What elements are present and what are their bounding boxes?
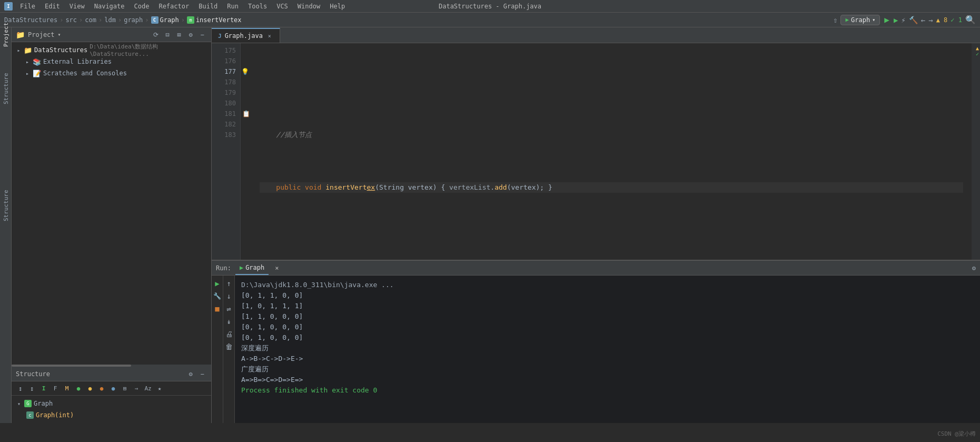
- menu-window[interactable]: Window: [293, 2, 324, 11]
- breadcrumb-graph-folder[interactable]: graph: [124, 16, 143, 24]
- project-tab-icon[interactable]: Project: [1, 30, 11, 40]
- run-tab-label: Graph: [245, 264, 264, 271]
- menu-view[interactable]: View: [65, 2, 89, 11]
- breadcrumb-graph-class[interactable]: Graph: [160, 16, 179, 24]
- search-everywhere-button[interactable]: 🔍: [965, 15, 976, 25]
- menu-tools[interactable]: Tools: [244, 2, 271, 11]
- structure-side-icon[interactable]: Structure: [1, 83, 11, 94]
- structure-settings-icon[interactable]: ⚙: [186, 369, 195, 379]
- code-lines[interactable]: //插入节点 public void insertVertex(String v…: [251, 43, 972, 260]
- breadcrumb-ldm[interactable]: ldm: [104, 16, 116, 24]
- tab-graph-java[interactable]: J Graph.java ×: [212, 28, 280, 43]
- forward-button[interactable]: →: [928, 16, 933, 24]
- rerun-button[interactable]: ▶: [213, 279, 222, 288]
- run-tab-graph[interactable]: ▶ Graph: [235, 261, 269, 275]
- visibility-protected-icon[interactable]: ●: [85, 384, 95, 393]
- visibility-private-icon[interactable]: ●: [97, 384, 106, 393]
- star-icon[interactable]: ★: [155, 384, 164, 393]
- run-header-settings[interactable]: ⚙: [972, 264, 976, 272]
- clear-output-icon[interactable]: 🗑: [224, 342, 234, 351]
- left-icon-strip: Project Structure Structure: [0, 27, 12, 423]
- run-panel-header: Run: ▶ Graph × ⚙: [212, 261, 980, 276]
- menu-help[interactable]: Help: [325, 2, 349, 11]
- tab-close-icon[interactable]: ×: [266, 32, 273, 40]
- app-icon: I: [4, 2, 13, 11]
- sync-icon[interactable]: ⟳: [151, 30, 161, 40]
- run-dfs-label: 深度遍历: [241, 343, 974, 353]
- menu-build[interactable]: Build: [194, 2, 222, 11]
- scroll-end-icon[interactable]: ↡: [224, 317, 234, 326]
- tree-external-libs[interactable]: ▸ 📚 External Libraries: [12, 56, 211, 67]
- project-scrollbar[interactable]: [12, 365, 211, 367]
- bottom-structure-icon[interactable]: Structure: [1, 200, 11, 211]
- breadcrumb-src[interactable]: src: [65, 16, 77, 24]
- scroll-up-icon[interactable]: ↑: [224, 279, 234, 288]
- run-layout: ▶ 🔧 ■ ↑ ↓ ⇌ ↡ 🖨 🗑 D:\: [212, 276, 980, 423]
- coverage-button[interactable]: ▶: [894, 16, 898, 24]
- run-tab-close-icon[interactable]: ×: [275, 264, 279, 272]
- struct-graph-class[interactable]: ▾ G Graph: [12, 398, 211, 409]
- project-label: Project: [28, 31, 55, 38]
- alphabetical-icon[interactable]: Az: [143, 384, 153, 393]
- tree-root-item[interactable]: ▸ 📁 DataStructures D:\Data\idea\数据结构\Dat…: [12, 44, 211, 56]
- expand-all-struct-icon[interactable]: ⊞: [120, 384, 130, 393]
- run-config-dropdown[interactable]: ▶ Graph ▾: [840, 15, 880, 25]
- code-editor[interactable]: 175 176 177 178 179 180 181 182 183 💡: [212, 43, 980, 260]
- tab-label: Graph.java: [225, 32, 263, 40]
- menu-code[interactable]: Code: [130, 2, 154, 11]
- menu-file[interactable]: File: [16, 2, 39, 11]
- expand-all-icon[interactable]: ⊞: [174, 30, 184, 40]
- sort-alpha-icon[interactable]: ↕: [16, 384, 25, 393]
- root-path: D:\Data\idea\数据结构\DataStructure...: [90, 43, 207, 57]
- stop-button[interactable]: ■: [213, 304, 222, 313]
- build-button[interactable]: 🔨: [909, 16, 918, 24]
- sort-visibility-icon[interactable]: ↕: [27, 384, 37, 393]
- breadcrumb-project[interactable]: DataStructures: [4, 16, 57, 24]
- auto-scroll-icon[interactable]: ⇒: [132, 384, 141, 393]
- breadcrumb-com[interactable]: com: [85, 16, 96, 24]
- show-inherited-icon[interactable]: I: [39, 384, 48, 393]
- tree-scratches[interactable]: ▸ 📝 Scratches and Consoles: [12, 67, 211, 79]
- run-command-line: D:\Java\jdk1.8.0_311\bin\java.exe ...: [241, 280, 974, 290]
- run-output-matrix-0: [0, 1, 1, 0, 0]: [241, 290, 974, 301]
- project-close-icon[interactable]: −: [197, 30, 207, 40]
- right-gutter: ▲ ✓: [972, 43, 980, 260]
- project-tree: ▸ 📁 DataStructures D:\Data\idea\数据结构\Dat…: [12, 42, 211, 365]
- menu-edit[interactable]: Edit: [41, 2, 64, 11]
- print-icon[interactable]: 🖨: [224, 329, 234, 339]
- show-methods-icon[interactable]: M: [62, 384, 72, 393]
- ext-lib-icon: 📚: [33, 58, 41, 66]
- show-fields-icon[interactable]: F: [51, 384, 60, 393]
- scratches-icon: 📝: [33, 70, 41, 77]
- project-settings-icon[interactable]: ⚙: [186, 30, 195, 40]
- project-dropdown-arrow[interactable]: ▾: [58, 32, 61, 37]
- window-title: DataStructures - Graph.java: [439, 3, 541, 10]
- warning-stripe: ▲: [976, 45, 979, 51]
- scratches-label: Scratches and Consoles: [43, 70, 127, 77]
- struct-constructor[interactable]: c Graph(int): [12, 409, 211, 421]
- run-output[interactable]: D:\Java\jdk1.8.0_311\bin\java.exe ... [0…: [235, 276, 980, 423]
- structure-panel-header: Structure ⚙ −: [12, 367, 211, 381]
- bulb-icon[interactable]: 💡: [241, 68, 249, 75]
- breadcrumb-method[interactable]: insertVertex: [196, 16, 242, 24]
- collapse-all-icon[interactable]: ⊟: [163, 30, 172, 40]
- profile-button[interactable]: ⚡: [901, 16, 905, 24]
- visibility-pkg-icon[interactable]: ●: [108, 384, 118, 393]
- main-layout: Project Structure Structure 📁 Project ▾ …: [0, 27, 980, 423]
- structure-close-icon[interactable]: −: [197, 369, 207, 379]
- back-button[interactable]: ←: [921, 16, 925, 24]
- vcs-update-icon[interactable]: ⇧: [833, 16, 837, 24]
- project-panel: 📁 Project ▾ ⟳ ⊟ ⊞ ⚙ − ▸ 📁 DataStructures…: [12, 27, 212, 423]
- menu-refactor[interactable]: Refactor: [154, 2, 193, 11]
- menu-run[interactable]: Run: [223, 2, 243, 11]
- run-settings-icon[interactable]: ⚙: [972, 264, 976, 272]
- soft-wrap-icon[interactable]: ⇌: [224, 304, 234, 313]
- warnings-indicator[interactable]: ▲ 8: [936, 16, 948, 24]
- run-output-matrix-3: [0, 1, 0, 0, 0]: [241, 322, 974, 332]
- run-wrench-icon[interactable]: 🔧: [213, 291, 222, 301]
- scroll-down-icon[interactable]: ↓: [224, 291, 234, 301]
- visibility-public-icon[interactable]: ●: [74, 384, 83, 393]
- menu-vcs[interactable]: VCS: [272, 2, 292, 11]
- menu-navigate[interactable]: Navigate: [90, 2, 129, 11]
- run-button[interactable]: ▶: [883, 14, 890, 26]
